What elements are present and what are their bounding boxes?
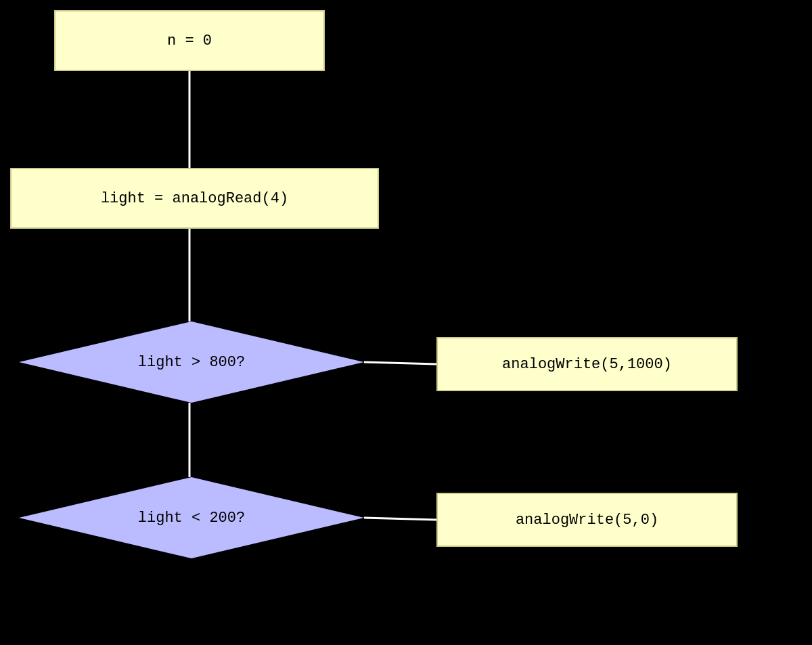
diamond-200-label: light < 200? xyxy=(138,510,245,527)
analog-write-0-box: analogWrite(5,0) xyxy=(436,493,738,547)
analog-read-box: light = analogRead(4) xyxy=(10,168,379,229)
analog-write-0-label: analogWrite(5,0) xyxy=(516,512,658,529)
svg-line-4 xyxy=(364,518,436,520)
init-label: n = 0 xyxy=(167,32,212,49)
analog-write-1000-label: analogWrite(5,1000) xyxy=(502,356,672,373)
init-box: n = 0 xyxy=(54,10,325,71)
svg-line-2 xyxy=(364,362,436,364)
flowchart-container: n = 0 light = analogRead(4) light > 800?… xyxy=(0,0,812,645)
diamond-800-label: light > 800? xyxy=(138,354,245,371)
analog-write-1000-box: analogWrite(5,1000) xyxy=(436,337,738,391)
diamond-200: light < 200? xyxy=(19,477,364,558)
analog-read-label: light = analogRead(4) xyxy=(101,190,288,207)
connector-lines xyxy=(0,0,812,645)
diamond-800: light > 800? xyxy=(19,321,364,403)
